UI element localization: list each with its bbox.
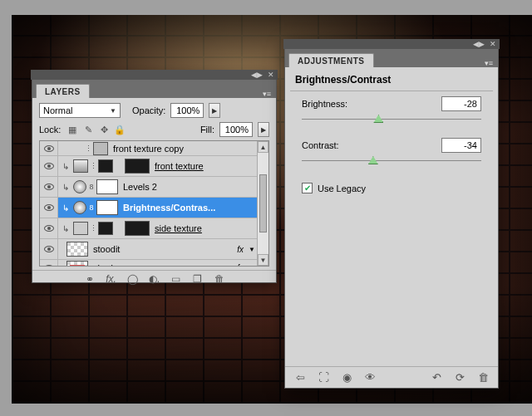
brightness-input[interactable]: -28 [441,96,481,111]
tab-layers[interactable]: LAYERS [36,84,90,98]
layer-row[interactable]: ↳ 8 Levels 2 [40,177,268,198]
adjustments-panel: ◀▶ ✕ ADJUSTMENTS ▾≡ Brightness/Contrast … [284,40,499,389]
layer-name[interactable]: shadow [93,263,125,267]
reset-icon[interactable]: ⟳ [453,371,466,384]
adjustments-bottombar: ⇦ ⛶ ◉ 👁 ↶ ⟳ 🗑 [285,366,498,388]
visibility-icon[interactable] [44,246,54,252]
blend-mode-select[interactable]: Normal ▼ [39,103,121,118]
previous-state-icon[interactable]: ↶ [430,371,443,384]
chevron-down-icon: ▼ [110,107,116,115]
layer-style-icon[interactable]: fx. [105,273,118,285]
close-icon[interactable]: ✕ [268,71,274,79]
layer-row[interactable]: ↳ 8 Brightness/Contras... [40,198,268,218]
scroll-down-icon[interactable]: ▼ [258,254,268,266]
lock-buttons: ▦ ✎ ✥ 🔒 [66,123,126,136]
visibility-icon[interactable] [44,145,54,152]
chevron-down-icon[interactable]: ▼ [249,264,255,267]
layer-row[interactable]: shadow fx ▼ [40,260,268,267]
visibility-icon[interactable] [44,204,54,211]
group-icon[interactable]: ▭ [170,273,183,285]
delete-layer-icon[interactable]: 🗑 [213,273,226,285]
back-arrow-icon[interactable]: ⇦ [293,371,307,384]
visibility-icon[interactable] [44,184,54,190]
delete-icon[interactable]: 🗑 [476,371,490,384]
layer-row[interactable]: ⋮ front texture copy [40,141,268,156]
mask-thumbnail [98,222,113,235]
contrast-slider[interactable] [302,156,481,166]
lock-position-icon[interactable]: ✥ [97,123,111,136]
scroll-thumb[interactable] [259,174,267,232]
layer-name[interactable]: side texture [155,223,202,233]
fx-badge[interactable]: fx [237,263,247,267]
contrast-label: Contrast: [302,140,441,150]
panel-menu-icon[interactable]: ▾≡ [480,59,498,67]
fill-flyout[interactable]: ▶ [258,122,269,137]
layer-row[interactable]: stoodit fx ▼ [40,239,268,260]
link-layers-icon[interactable]: ⚭ [83,273,96,285]
contrast-input[interactable]: -34 [441,138,481,153]
mask-thumbnail [96,200,118,215]
layer-name[interactable]: stoodit [93,244,120,254]
layer-thumbnail [66,242,88,257]
visibility-icon[interactable] [44,163,54,169]
layer-name[interactable]: front texture [155,161,204,171]
mask-thumbnail [98,159,113,173]
layer-thumbnail [73,159,88,173]
fx-badge[interactable]: fx [237,245,247,254]
link-icon: 8 [88,201,95,214]
panel-titlebar[interactable]: ◀▶ ✕ [31,70,278,80]
link-icon: ⋮ [90,222,96,235]
opacity-label: Opacity: [132,105,165,115]
chevron-down-icon[interactable]: ▼ [249,246,255,253]
visibility-toggle-icon[interactable]: 👁 [363,371,377,384]
link-icon: ⋮ [90,159,96,173]
panel-titlebar[interactable]: ◀▶ ✕ [283,39,500,49]
layers-bottombar: ⚭ fx. ◯ ◐. ▭ ❐ 🗑 [32,270,276,286]
opacity-input[interactable]: 100% [170,103,204,118]
expand-icon[interactable]: ⛶ [317,371,330,384]
link-icon: ⋮ [85,142,91,155]
adjustment-title: Brightness/Contrast [285,67,498,91]
layer-mask-icon[interactable]: ◯ [126,273,140,285]
scroll-up-icon[interactable]: ▲ [258,141,268,153]
lock-transparency-icon[interactable]: ▦ [66,123,79,136]
layer-row[interactable]: ↳ ⋮ side texture [40,218,268,239]
use-legacy-checkbox[interactable]: ✔ Use Legacy [285,174,498,202]
visibility-icon[interactable] [44,225,54,232]
scrollbar[interactable]: ▲ ▼ [257,141,268,266]
new-layer-icon[interactable]: ❐ [191,273,204,285]
layer-name[interactable]: front texture copy [113,144,184,154]
collapse-icon[interactable]: ◀▶ [473,40,485,48]
panel-menu-icon[interactable]: ▾≡ [258,90,276,98]
opacity-flyout[interactable]: ▶ [209,103,220,118]
fill-input[interactable]: 100% [219,122,253,137]
layers-panel: ◀▶ ✕ LAYERS ▾≡ Normal ▼ Opacity: 100% ▶ … [32,71,277,283]
collapse-icon[interactable]: ◀▶ [251,71,263,79]
smart-thumbnail [125,221,150,236]
layer-name[interactable]: Levels 2 [123,182,157,192]
layer-row[interactable]: ↳ ⋮ front texture [40,156,268,177]
blend-mode-value: Normal [43,105,72,115]
adjustment-icon [73,201,86,214]
fill-label: Fill: [200,125,214,135]
layer-thumbnail [73,222,88,235]
brightness-slider[interactable] [302,115,481,125]
panel-tabs: LAYERS ▾≡ [32,80,276,98]
visibility-icon[interactable] [44,265,54,267]
layer-thumbnail [66,261,88,267]
clip-icon[interactable]: ◉ [340,371,353,384]
layer-list: ⋮ front texture copy ↳ ⋮ front texture ↳ [39,140,269,267]
checkbox-icon[interactable]: ✔ [302,183,313,193]
brightness-label: Brightness: [302,99,441,109]
lock-all-icon[interactable]: 🔒 [113,123,126,136]
smart-thumbnail [125,159,150,174]
lock-paint-icon[interactable]: ✎ [81,123,95,136]
panel-tabs: ADJUSTMENTS ▾≡ [285,49,498,67]
adjustment-layer-icon[interactable]: ◐. [148,273,161,285]
close-icon[interactable]: ✕ [490,40,496,48]
lock-label: Lock: [39,125,61,135]
tab-adjustments[interactable]: ADJUSTMENTS [288,53,374,67]
adjustment-icon [73,180,86,193]
link-icon: 8 [88,180,95,193]
layer-name[interactable]: Brightness/Contras... [123,203,215,213]
